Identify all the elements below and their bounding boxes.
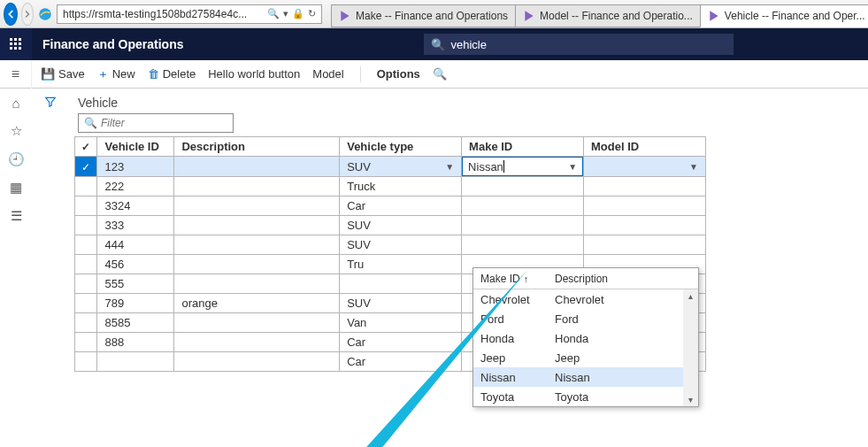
dropdown-icon[interactable]: ▾ xyxy=(283,8,288,19)
cell-description[interactable] xyxy=(174,157,340,177)
save-button[interactable]: 💾Save xyxy=(41,67,85,81)
tab-model[interactable]: Model -- Finance and Operatio... xyxy=(515,4,701,27)
chevron-down-icon[interactable]: ▼ xyxy=(445,162,454,172)
table-row[interactable]: 3324Car xyxy=(75,197,706,216)
cell-description[interactable] xyxy=(174,216,340,235)
header-model-id[interactable]: Model ID xyxy=(584,137,706,157)
row-check[interactable] xyxy=(75,333,97,352)
header-description[interactable]: Description xyxy=(174,137,340,157)
table-row[interactable]: 333SUV xyxy=(75,216,706,235)
address-bar[interactable]: https://rsmta-testing1508bd27584e4c... 🔍… xyxy=(57,4,322,24)
recent-icon[interactable]: 🕘 xyxy=(8,151,25,167)
row-check[interactable] xyxy=(75,313,97,333)
row-check[interactable] xyxy=(75,235,97,255)
cell-vehicle-id[interactable]: 3324 xyxy=(97,197,174,216)
cell-vehicle-id[interactable]: 888 xyxy=(97,333,174,352)
cell-description[interactable] xyxy=(174,333,340,352)
row-check[interactable] xyxy=(75,294,97,313)
back-arrow-icon xyxy=(4,8,17,20)
cell-make-id[interactable] xyxy=(462,197,584,216)
cell-description[interactable] xyxy=(174,235,340,255)
app-launcher[interactable] xyxy=(0,28,32,60)
dynamics-icon xyxy=(339,10,351,22)
cell-make-id[interactable] xyxy=(462,235,584,255)
cell-model-id[interactable]: ▼ xyxy=(584,157,706,177)
cell-vehicle-id[interactable]: 123 xyxy=(97,157,174,177)
back-button[interactable] xyxy=(4,3,18,26)
cell-model-id[interactable] xyxy=(584,197,706,216)
cell-vehicle-type[interactable]: SUV xyxy=(340,235,462,255)
row-check[interactable] xyxy=(75,216,97,235)
filter-pane-icon[interactable] xyxy=(44,96,57,111)
cell-make-id[interactable]: Nissan▼ xyxy=(462,157,584,177)
nav-menu-button[interactable]: ≡ xyxy=(0,60,32,89)
home-icon[interactable]: ⌂ xyxy=(12,96,19,111)
model-button[interactable]: Model xyxy=(312,67,343,81)
table-row[interactable]: ✓123SUV▼Nissan▼▼ xyxy=(75,157,706,177)
table-row[interactable]: 222Truck xyxy=(75,177,706,197)
grid-filter[interactable]: 🔍 xyxy=(78,113,234,133)
workspaces-icon[interactable]: ▦ xyxy=(10,180,22,196)
lookup-scrollbar[interactable]: ▴ ▾ xyxy=(683,289,698,406)
cell-vehicle-id[interactable]: 222 xyxy=(97,177,174,197)
cell-vehicle-type[interactable]: SUV xyxy=(340,216,462,235)
cell-vehicle-id[interactable]: 456 xyxy=(97,255,174,274)
forward-button[interactable] xyxy=(21,3,34,26)
left-rail: ⌂ ☆ 🕘 ▦ ☰ xyxy=(0,89,32,224)
tab-vehicle[interactable]: Vehicle -- Finance and Oper... × xyxy=(700,4,868,27)
chevron-down-icon[interactable]: ▼ xyxy=(689,162,698,172)
scroll-down-icon[interactable]: ▾ xyxy=(688,395,693,405)
new-button[interactable]: ＋New xyxy=(97,66,135,82)
row-check[interactable] xyxy=(75,197,97,216)
row-check[interactable]: ✓ xyxy=(75,157,97,177)
row-check[interactable] xyxy=(75,274,97,294)
table-row[interactable]: 444SUV xyxy=(75,235,706,255)
cell-vehicle-id[interactable]: 555 xyxy=(97,274,174,294)
cell-make-id[interactable] xyxy=(462,177,584,197)
cell-description[interactable] xyxy=(174,177,340,197)
tab-make[interactable]: Make -- Finance and Operations xyxy=(331,4,516,27)
row-check[interactable] xyxy=(75,255,97,274)
cell-vehicle-id[interactable] xyxy=(97,352,174,372)
modules-icon[interactable]: ☰ xyxy=(11,208,22,224)
cell-model-id[interactable] xyxy=(584,235,706,255)
search-toolbar-button[interactable]: 🔍 xyxy=(433,67,447,81)
cell-model-id[interactable] xyxy=(584,216,706,235)
cell-vehicle-type[interactable]: Truck xyxy=(340,177,462,197)
trash-icon: 🗑 xyxy=(148,67,159,81)
scroll-up-icon[interactable]: ▴ xyxy=(688,291,693,301)
cell-description[interactable] xyxy=(174,352,340,372)
cell-make-id[interactable] xyxy=(462,216,584,235)
filter-input[interactable] xyxy=(101,117,227,129)
global-search[interactable]: 🔍 xyxy=(424,34,734,55)
save-icon: 💾 xyxy=(41,67,55,81)
chevron-down-icon[interactable]: ▼ xyxy=(568,162,577,172)
cell-vehicle-id[interactable]: 444 xyxy=(97,235,174,255)
header-vehicle-type[interactable]: Vehicle type xyxy=(340,137,462,157)
delete-button[interactable]: 🗑Delete xyxy=(148,67,196,81)
app-header: Finance and Operations 🔍 xyxy=(0,28,868,60)
refresh-icon[interactable]: ↻ xyxy=(308,8,316,19)
cell-description[interactable] xyxy=(174,255,340,274)
favorites-icon[interactable]: ☆ xyxy=(11,123,22,139)
cell-vehicle-id[interactable]: 333 xyxy=(97,216,174,235)
header-check[interactable]: ✓ xyxy=(75,137,97,157)
cell-vehicle-id[interactable]: 8585 xyxy=(97,313,174,333)
cell-description[interactable]: orange xyxy=(174,294,340,313)
search-input[interactable] xyxy=(450,38,726,51)
hello-world-button[interactable]: Hello world button xyxy=(208,67,300,81)
svg-rect-6 xyxy=(19,42,21,45)
cell-vehicle-type[interactable]: SUV▼ xyxy=(340,157,462,177)
row-check[interactable] xyxy=(75,352,97,372)
cell-description[interactable] xyxy=(174,313,340,333)
header-vehicle-id[interactable]: Vehicle ID xyxy=(97,137,174,157)
lookup-col-desc[interactable]: Description xyxy=(548,273,615,285)
header-make-id[interactable]: Make ID xyxy=(462,137,584,157)
cell-description[interactable] xyxy=(174,274,340,294)
cell-vehicle-type[interactable]: Car xyxy=(340,197,462,216)
options-button[interactable]: Options xyxy=(377,67,420,81)
cell-vehicle-id[interactable]: 789 xyxy=(97,294,174,313)
cell-model-id[interactable] xyxy=(584,177,706,197)
cell-description[interactable] xyxy=(174,197,340,216)
row-check[interactable] xyxy=(75,177,97,197)
